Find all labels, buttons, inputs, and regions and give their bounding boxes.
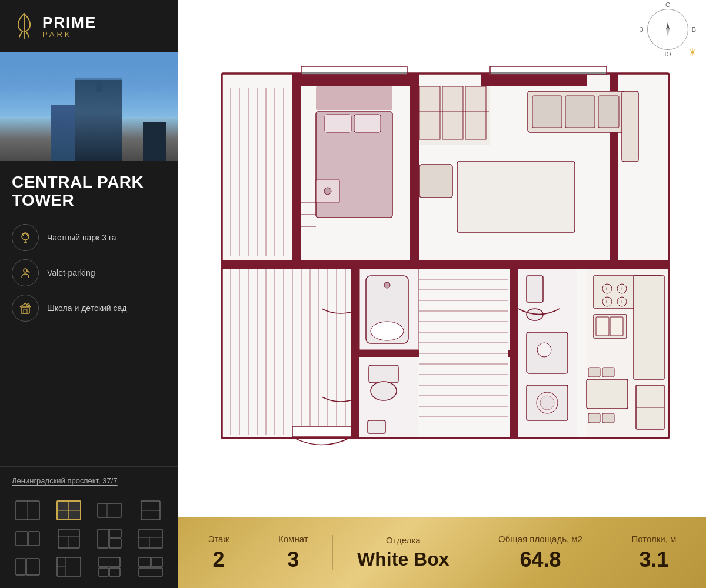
prime-park-logo-icon	[12, 13, 36, 41]
svg-rect-71	[565, 96, 595, 128]
svg-rect-62	[316, 86, 392, 110]
divider-3	[474, 535, 474, 570]
fp-thumb-12[interactable]	[132, 555, 169, 579]
svg-rect-78	[465, 86, 486, 139]
svg-rect-70	[532, 96, 562, 128]
fp-thumb-6[interactable]	[51, 527, 87, 550]
info-finishing: Отделка White Box	[357, 535, 449, 570]
info-floor: Этаж 2	[208, 534, 229, 572]
svg-rect-22	[98, 529, 108, 548]
address-area: Ленинградский проспект, 37/7	[0, 466, 178, 492]
floor-label: Этаж	[208, 534, 229, 544]
svg-rect-35	[109, 568, 120, 576]
svg-rect-33	[99, 557, 120, 567]
compass: С Ю В З ☀	[647, 9, 694, 56]
fp-thumb-9[interactable]	[9, 555, 46, 579]
svg-rect-5	[21, 307, 29, 313]
area-label: Общая площадь, м2	[498, 534, 582, 544]
fp-thumb-8[interactable]	[132, 527, 169, 550]
logo-park: PARK	[42, 30, 96, 39]
svg-point-107	[537, 343, 551, 357]
svg-rect-80	[419, 269, 508, 427]
compass-west: З	[640, 26, 644, 33]
fp-thumb-2[interactable]	[51, 499, 87, 522]
svg-text:+: +	[605, 299, 608, 305]
svg-rect-124	[634, 276, 664, 379]
svg-point-64	[324, 188, 331, 195]
svg-rect-45	[222, 260, 516, 269]
svg-rect-43	[481, 74, 587, 86]
compass-east: В	[692, 26, 696, 33]
fp-thumb-5[interactable]	[9, 527, 46, 550]
compass-circle: С Ю В З	[647, 9, 688, 50]
svg-rect-36	[139, 557, 151, 567]
info-area: Общая площадь, м2 64.8	[498, 534, 582, 572]
rooms-label: Комнат	[278, 534, 308, 544]
feature-park: Частный парк 3 га	[12, 224, 166, 251]
svg-point-0	[23, 13, 25, 15]
svg-rect-28	[16, 559, 25, 575]
park-icon	[12, 224, 39, 251]
svg-rect-47	[292, 74, 301, 262]
fp-thumb-11[interactable]	[92, 555, 128, 579]
svg-rect-44	[410, 74, 419, 262]
fp-thumb-1[interactable]	[9, 499, 46, 522]
floor-plans-grid	[0, 492, 178, 588]
building-name: CENTRAL PARK TOWER	[12, 173, 166, 210]
svg-rect-130	[588, 368, 600, 377]
fp-thumb-7[interactable]	[92, 527, 128, 550]
svg-rect-128	[588, 413, 600, 423]
ceiling-value: 3.1	[639, 547, 668, 572]
svg-point-101	[371, 382, 397, 400]
sidebar: PRIME PARK CENTRAL PARK TOWER	[0, 0, 178, 588]
svg-rect-24	[109, 539, 121, 548]
floor-plan-diagram: + + + +	[198, 56, 681, 467]
svg-rect-146	[292, 426, 351, 437]
compass-north: С	[665, 1, 670, 8]
feature-school-label: Школа и детский сад	[47, 303, 127, 313]
divider-2	[332, 535, 333, 570]
svg-rect-104	[527, 276, 543, 302]
svg-rect-76	[419, 86, 440, 139]
svg-rect-23	[109, 529, 121, 537]
svg-rect-61	[354, 115, 381, 132]
floor-plan-area: С Ю В З ☀	[178, 0, 706, 517]
svg-point-98	[384, 282, 390, 288]
svg-rect-37	[152, 557, 162, 567]
svg-rect-100	[369, 365, 398, 383]
feature-valet: Valet-parking	[12, 259, 166, 286]
svg-text:+: +	[620, 299, 623, 305]
svg-rect-122	[596, 317, 609, 336]
svg-rect-25	[139, 529, 162, 548]
svg-text:+: +	[605, 286, 608, 292]
ceiling-label: Потолки, м	[631, 534, 676, 544]
sun-icon: ☀	[688, 46, 697, 59]
main-area: С Ю В З ☀	[178, 0, 706, 588]
svg-rect-131	[602, 368, 614, 377]
svg-rect-123	[610, 317, 623, 336]
svg-point-110	[540, 396, 554, 410]
svg-rect-13	[98, 503, 121, 517]
svg-rect-127	[587, 379, 628, 409]
info-bar: Этаж 2 Комнат 3 Отделка White Box Общая …	[178, 517, 706, 588]
floor-plan-svg: + + + +	[198, 56, 681, 467]
fp-thumb-4[interactable]	[132, 499, 169, 522]
valet-icon	[12, 259, 39, 286]
building-photo	[0, 52, 178, 161]
svg-text:+: +	[620, 286, 623, 292]
feature-valet-label: Valet-parking	[47, 268, 95, 278]
svg-rect-17	[16, 532, 28, 546]
feature-school: Школа и детский сад	[12, 295, 166, 322]
logo-text: PRIME PARK	[42, 15, 96, 39]
svg-rect-77	[442, 86, 463, 139]
fp-thumb-10[interactable]	[51, 555, 87, 579]
svg-rect-46	[516, 260, 669, 269]
info-rooms: Комнат 3	[278, 534, 308, 572]
info-ceiling: Потолки, м 3.1	[631, 534, 676, 572]
fp-thumb-3[interactable]	[92, 499, 128, 522]
divider-4	[607, 535, 607, 570]
svg-rect-42	[292, 74, 410, 86]
finishing-value: White Box	[357, 549, 449, 570]
svg-rect-73	[457, 162, 575, 232]
svg-rect-38	[139, 568, 162, 576]
